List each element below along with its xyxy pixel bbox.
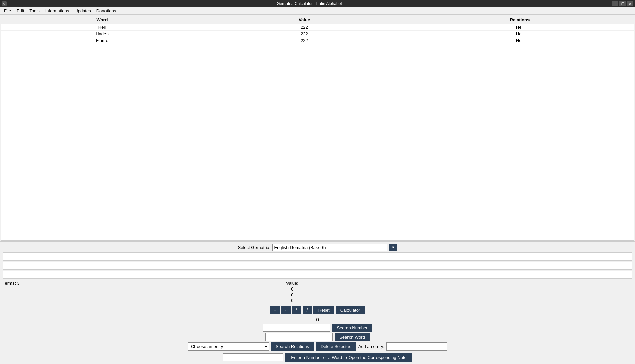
gematria-row: Select Gematria: ▼ (3, 244, 632, 251)
delete-selected-button[interactable]: Delete Selected (316, 342, 356, 351)
reset-button[interactable]: Reset (313, 306, 334, 314)
bottom-panel: Select Gematria: ▼ Terms: 3 Value: 0 0 0… (0, 241, 635, 364)
column-header-value: Value (203, 16, 405, 24)
window-controls: — ❐ ✕ (612, 1, 633, 6)
cell-relations-2: Hell (405, 37, 634, 44)
add-entry-input[interactable] (386, 342, 447, 351)
title-bar: G Gematria Calculator - Latin Alphabet —… (0, 0, 635, 7)
search-relations-button[interactable]: Search Relations (271, 342, 314, 351)
multiply-button[interactable]: * (292, 306, 301, 314)
table-body: Hell 222 Hell Hades 222 Hell Flame 222 H… (1, 24, 634, 44)
note-input[interactable] (223, 353, 283, 361)
entry-select[interactable]: Choose an entry (188, 342, 269, 351)
gematria-dropdown-button[interactable]: ▼ (389, 244, 397, 251)
table-header: Word Value Relations (1, 16, 634, 24)
note-row: Enter a Number or a Word to Open the Cor… (3, 353, 632, 362)
results-table: Word Value Relations Hell 222 Hell Hades… (1, 16, 634, 241)
value-2: 0 (291, 292, 293, 297)
search-word-input[interactable] (265, 333, 333, 341)
input-display-row-3 (3, 271, 632, 279)
cell-word-2: Flame (1, 37, 203, 44)
cell-value-2: 222 (203, 37, 405, 44)
gematria-label: Select Gematria: (238, 245, 271, 250)
menu-tools[interactable]: Tools (27, 8, 42, 14)
search-number-row: Search Number (3, 324, 632, 332)
note-button[interactable]: Enter a Number or a Word to Open the Cor… (285, 353, 412, 362)
app-icon: G (2, 1, 7, 6)
table-row[interactable]: Hades 222 Hell (1, 31, 634, 37)
cell-relations-0: Hell (405, 24, 634, 30)
menu-bar: File Edit Tools Informations Updates Don… (0, 7, 635, 15)
divide-button[interactable]: / (303, 306, 312, 314)
menu-updates[interactable]: Updates (72, 8, 93, 14)
menu-informations[interactable]: Informations (42, 8, 72, 14)
menu-edit[interactable]: Edit (14, 8, 27, 14)
search-relations-row: Choose an entry Search Relations Delete … (3, 342, 632, 351)
menu-file[interactable]: File (1, 8, 14, 14)
minus-button[interactable]: - (281, 306, 291, 314)
cell-value-0: 222 (203, 24, 405, 30)
terms-value-row: Terms: 3 Value: 0 0 0 (3, 281, 632, 303)
value-label: Value: (286, 281, 298, 286)
value-3: 0 (291, 298, 293, 303)
table-row[interactable]: Hell 222 Hell (1, 24, 634, 31)
value-1: 0 (291, 286, 293, 292)
minimize-button[interactable]: — (612, 1, 618, 6)
result-total: 0 (3, 317, 632, 322)
value-section: Value: 0 0 0 (286, 281, 298, 303)
close-button[interactable]: ✕ (627, 1, 633, 6)
column-header-word: Word (1, 16, 203, 24)
input-display-row-1 (3, 252, 632, 261)
search-word-button[interactable]: Search Word (335, 333, 370, 341)
input-display-row-2 (3, 262, 632, 270)
gematria-input[interactable] (272, 244, 387, 251)
cell-word-1: Hades (1, 31, 203, 37)
main-content: Word Value Relations Hell 222 Hell Hades… (0, 15, 635, 364)
window-title: Gematria Calculator - Latin Alphabet (7, 1, 612, 6)
cell-relations-1: Hell (405, 31, 634, 37)
search-number-button[interactable]: Search Number (332, 324, 372, 332)
search-number-input[interactable] (263, 324, 330, 332)
table-row[interactable]: Flame 222 Hell (1, 37, 634, 44)
column-header-relations: Relations (405, 16, 634, 24)
restore-button[interactable]: ❐ (619, 1, 626, 6)
menu-donations[interactable]: Donations (94, 8, 119, 14)
cell-word-0: Hell (1, 24, 203, 30)
calculator-button[interactable]: Calculator (336, 306, 365, 314)
add-entry-label: Add an entry: (358, 344, 384, 349)
terms-label: Terms: 3 (3, 281, 20, 286)
search-word-row: Search Word (3, 333, 632, 341)
plus-button[interactable]: + (270, 306, 280, 314)
operators-row: + - * / Reset Calculator (3, 306, 632, 314)
cell-value-1: 222 (203, 31, 405, 37)
